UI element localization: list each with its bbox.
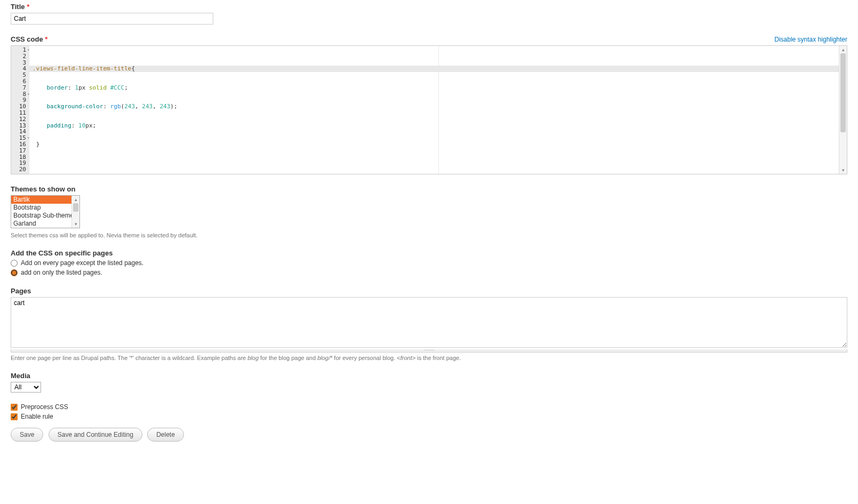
enable-row: Enable rule xyxy=(11,413,847,420)
pages-label: Pages xyxy=(11,287,847,295)
save-button[interactable]: Save xyxy=(11,428,43,442)
disable-syntax-link[interactable]: Disable syntax highlighter xyxy=(774,36,847,43)
media-section: Media All xyxy=(11,372,847,393)
css-code-label: CSS code * xyxy=(11,35,47,43)
editor-scrollbar[interactable]: ▴ ▾ xyxy=(839,46,847,174)
title-section: Title * xyxy=(11,3,847,25)
themes-label: Themes to show on xyxy=(11,185,847,193)
pages-section: Pages Enter one page per line as Drupal … xyxy=(11,287,847,361)
pages-textarea[interactable] xyxy=(11,297,847,348)
specific-pages-legend: Add the CSS on specific pages xyxy=(11,249,847,257)
theme-option-bootstrap-sub[interactable]: Bootstrap Sub-theme xyxy=(11,212,79,220)
radio-only-label: add on only the listed pages. xyxy=(21,269,102,276)
title-label-text: Title xyxy=(11,3,25,11)
css-code-section: CSS code * Disable syntax highlighter 1 … xyxy=(11,35,847,174)
theme-option-bartik[interactable]: Bartik xyxy=(11,196,79,204)
action-buttons: Save Save and Continue Editing Delete xyxy=(11,428,847,442)
scroll-down-icon[interactable]: ▾ xyxy=(72,220,79,228)
radio-except[interactable] xyxy=(11,260,18,267)
css-code-editor[interactable]: 1 2 3 4 5 6 7 8 9 10 11 12 13 14 15 16 1… xyxy=(11,45,847,174)
themes-scrollbar[interactable]: ▴ ▾ xyxy=(71,196,79,228)
title-input[interactable] xyxy=(11,13,213,25)
preprocess-checkbox[interactable] xyxy=(11,404,18,411)
scroll-up-icon[interactable]: ▴ xyxy=(839,46,847,53)
media-label: Media xyxy=(11,372,847,380)
save-continue-button[interactable]: Save and Continue Editing xyxy=(49,428,142,442)
enable-checkbox[interactable] xyxy=(11,413,18,420)
preprocess-row: Preprocess CSS xyxy=(11,403,847,411)
radio-except-label: Add on every page except the listed page… xyxy=(21,259,143,267)
themes-help: Select themes css will be applied to. Ne… xyxy=(11,232,847,238)
themes-select[interactable]: Bartik Bootstrap Bootstrap Sub-theme Gar… xyxy=(11,195,80,228)
specific-pages-section: Add the CSS on specific pages Add on eve… xyxy=(11,249,847,276)
theme-option-garland[interactable]: Garland xyxy=(11,220,79,228)
scroll-up-icon[interactable]: ▴ xyxy=(72,196,79,203)
required-asterisk: * xyxy=(45,35,47,43)
media-select[interactable]: All xyxy=(11,382,41,393)
themes-section: Themes to show on Bartik Bootstrap Boots… xyxy=(11,185,847,238)
theme-option-bootstrap[interactable]: Bootstrap xyxy=(11,204,79,212)
editor-body[interactable]: .views-field-line-item-title{ border: 1p… xyxy=(29,46,847,174)
scroll-down-icon[interactable]: ▾ xyxy=(839,166,847,174)
pages-help: Enter one page per line as Drupal paths.… xyxy=(11,355,847,361)
delete-button[interactable]: Delete xyxy=(147,428,184,442)
editor-gutter: 1 2 3 4 5 6 7 8 9 10 11 12 13 14 15 16 1… xyxy=(11,46,29,174)
enable-label: Enable rule xyxy=(21,413,53,420)
radio-only[interactable] xyxy=(11,269,18,276)
textarea-resize-handle[interactable] xyxy=(11,349,847,353)
css-code-label-text: CSS code xyxy=(11,35,43,43)
required-asterisk: * xyxy=(27,3,29,11)
preprocess-label: Preprocess CSS xyxy=(21,403,68,411)
title-label: Title * xyxy=(11,3,847,11)
